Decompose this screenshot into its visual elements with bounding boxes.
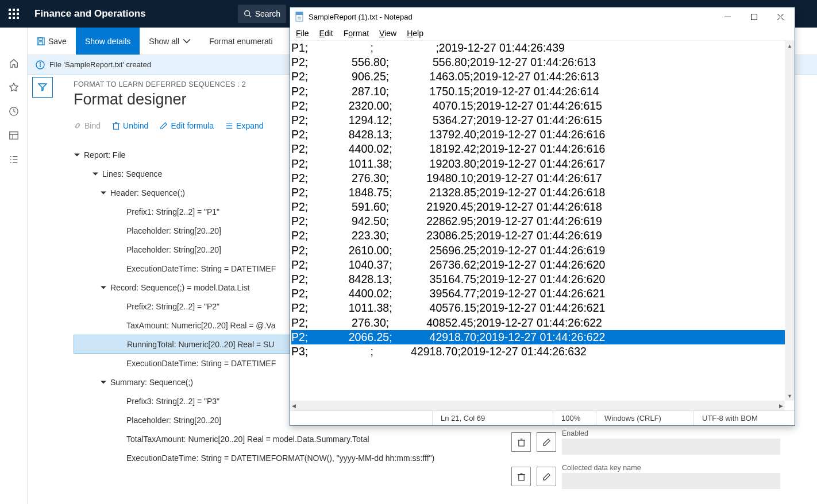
text-line: P2; 4400.02; 39564.77;2019-12-27 01:44:2… bbox=[291, 286, 793, 301]
close-button[interactable] bbox=[767, 8, 793, 25]
status-empty bbox=[290, 411, 432, 425]
tree-label: Prefix1: String[2..2] = "P1" bbox=[126, 203, 219, 221]
workspace-icon[interactable] bbox=[8, 130, 20, 141]
delete-button[interactable] bbox=[511, 432, 531, 452]
menu-file[interactable]: File bbox=[296, 29, 309, 38]
tree-label: Report: File bbox=[84, 146, 125, 164]
svg-rect-6 bbox=[9, 17, 11, 19]
scroll-right-icon[interactable]: ▶ bbox=[779, 403, 783, 409]
menu-edit[interactable]: Edit bbox=[319, 29, 333, 38]
unbind-button[interactable]: Unbind bbox=[112, 121, 148, 130]
left-rail bbox=[0, 28, 28, 504]
tree-label: ExecutionDateTime: String = DATETIMEF bbox=[126, 354, 276, 373]
notepad-titlebar[interactable]: SampleReport (1).txt - Notepad bbox=[290, 7, 795, 26]
tree-node[interactable]: TotalTaxAmount: Numeric[20..20] Real = m… bbox=[74, 429, 457, 448]
notepad-menu: File Edit Format View Help bbox=[290, 26, 795, 41]
scroll-left-icon[interactable]: ◀ bbox=[292, 403, 296, 409]
text-line: P2; 2610.00; 25696.25;2019-12-27 01:44:2… bbox=[291, 243, 793, 258]
filter-button[interactable] bbox=[32, 77, 53, 98]
notepad-title: SampleReport (1).txt - Notepad bbox=[309, 13, 413, 21]
scrollbar-horizontal[interactable]: ◀ ▶ bbox=[290, 401, 785, 410]
show-all-button[interactable]: Show all bbox=[140, 28, 200, 55]
text-line: P2; 8428.13; 13792.40;2019-12-27 01:44:2… bbox=[291, 127, 793, 142]
text-line: P2; 1294.12; 5364.27;2019-12-27 01:44:26… bbox=[291, 113, 793, 127]
show-details-button[interactable]: Show details bbox=[76, 28, 140, 55]
edit-button[interactable] bbox=[537, 432, 556, 452]
tree-label: Placeholder: String[20..20] bbox=[126, 411, 221, 429]
notepad-icon bbox=[295, 11, 305, 22]
text-line: P2; 2066.25; 42918.70;2019-12-27 01:44:2… bbox=[291, 330, 793, 344]
tree-label: Lines: Sequence bbox=[102, 165, 162, 183]
text-line: P2; 942.50; 22862.95;2019-12-27 01:44:26… bbox=[291, 214, 793, 228]
edit-formula-button[interactable]: Edit formula bbox=[160, 121, 214, 130]
home-icon[interactable] bbox=[8, 57, 20, 69]
scroll-up-icon[interactable]: ▲ bbox=[785, 41, 795, 51]
menu-view[interactable]: View bbox=[379, 29, 396, 38]
svg-point-29 bbox=[40, 62, 40, 63]
menu-format[interactable]: Format bbox=[344, 29, 369, 38]
svg-rect-36 bbox=[518, 440, 523, 445]
search-label: Search bbox=[255, 9, 280, 18]
svg-rect-47 bbox=[751, 14, 757, 20]
status-crlf: Windows (CRLF) bbox=[596, 411, 693, 425]
svg-rect-2 bbox=[17, 9, 19, 11]
menu-help[interactable]: Help bbox=[407, 29, 423, 38]
tree-label: ExecutionDateTime: String = DATETIMEF bbox=[126, 259, 276, 278]
app-launcher-icon[interactable] bbox=[0, 0, 28, 28]
status-encoding: UTF-8 with BOM bbox=[693, 411, 795, 425]
edit-button-2[interactable] bbox=[537, 467, 556, 486]
minimize-button[interactable] bbox=[714, 8, 741, 25]
text-line: P2; 906.25; 1463.05;2019-12-27 01:44:26:… bbox=[291, 69, 793, 84]
notepad-body[interactable]: P1; ; ;2019-12-27 01:44:26:439P2; 556.80… bbox=[290, 41, 795, 410]
tree-label: Header: Sequence(;) bbox=[110, 184, 185, 202]
text-line: P2; 8428.13; 35164.75;2019-12-27 01:44:2… bbox=[291, 272, 793, 286]
enabled-input[interactable] bbox=[562, 439, 780, 455]
key-field-row: Collected data key name bbox=[511, 464, 780, 489]
format-enum-label: Format enumerati bbox=[209, 37, 272, 46]
tree-label: Prefix2: String[2..2] = "P2" bbox=[126, 297, 219, 316]
save-button[interactable]: Save bbox=[28, 28, 76, 55]
bind-button[interactable]: Bind bbox=[74, 121, 101, 130]
text-line: P2; 276.30; 40852.45;2019-12-27 01:44:26… bbox=[291, 316, 793, 330]
text-line: P2; 1011.38; 19203.80;2019-12-27 01:44:2… bbox=[291, 157, 793, 171]
svg-rect-5 bbox=[17, 13, 19, 15]
svg-rect-30 bbox=[114, 124, 119, 130]
tree-label: RunningTotal: Numeric[20..20] Real = SU bbox=[127, 335, 274, 354]
scroll-down-icon[interactable]: ▼ bbox=[785, 391, 795, 401]
message-text: File 'SampleReport.txt' created bbox=[49, 60, 151, 69]
star-icon[interactable] bbox=[8, 82, 20, 93]
text-line: P2; 556.80; 556.80;2019-12-27 01:44:26:6… bbox=[291, 55, 793, 69]
maximize-button[interactable] bbox=[741, 8, 767, 25]
text-line: P2; 4400.02; 18192.42;2019-12-27 01:44:2… bbox=[291, 142, 793, 156]
recent-icon[interactable] bbox=[8, 106, 20, 117]
text-line: P2; 591.60; 21920.45;2019-12-27 01:44:26… bbox=[291, 200, 793, 214]
expand-button[interactable]: Expand bbox=[225, 121, 263, 130]
modules-icon[interactable] bbox=[8, 154, 20, 165]
show-details-label: Show details bbox=[85, 37, 130, 46]
svg-rect-24 bbox=[37, 37, 44, 44]
tree-label: TaxAmount: Numeric[20..20] Real = @.Va bbox=[126, 316, 275, 335]
text-line: P2; 1011.38; 40576.15;2019-12-27 01:44:2… bbox=[291, 301, 793, 315]
tree-node[interactable]: ExecutionDateTime: String = DATETIMEFORM… bbox=[74, 448, 457, 467]
svg-rect-3 bbox=[9, 13, 11, 15]
format-enum-button[interactable]: Format enumerati bbox=[200, 28, 282, 55]
scrollbar-vertical[interactable]: ▲ ▼ bbox=[785, 41, 795, 401]
svg-rect-7 bbox=[13, 17, 15, 19]
svg-rect-43 bbox=[296, 12, 303, 15]
enabled-field-row: Enabled bbox=[511, 429, 780, 455]
tree-label: TotalTaxAmount: Numeric[20..20] Real = m… bbox=[126, 430, 369, 448]
text-line: P2; 223.30; 23086.25;2019-12-27 01:44:26… bbox=[291, 228, 793, 243]
text-line: P2; 287.10; 1750.15;2019-12-27 01:44:26:… bbox=[291, 84, 793, 99]
delete-button-2[interactable] bbox=[511, 467, 531, 486]
show-all-label: Show all bbox=[149, 37, 179, 46]
tree-label: Record: Sequence(;) = model.Data.List bbox=[110, 278, 249, 297]
tree-label: Placeholder: String[20..20] bbox=[126, 241, 221, 259]
svg-point-9 bbox=[244, 11, 249, 16]
text-line: P3; ; 42918.70;2019-12-27 01:44:26:632 bbox=[291, 344, 793, 359]
notepad-window: SampleReport (1).txt - Notepad File Edit… bbox=[290, 7, 795, 426]
chevron-down-icon bbox=[183, 37, 191, 45]
search-box[interactable]: Search bbox=[238, 5, 286, 23]
key-input[interactable] bbox=[562, 473, 780, 489]
tree-label: Placeholder: String[20..20] bbox=[126, 222, 221, 240]
tree-label: Summary: Sequence(;) bbox=[110, 373, 193, 391]
